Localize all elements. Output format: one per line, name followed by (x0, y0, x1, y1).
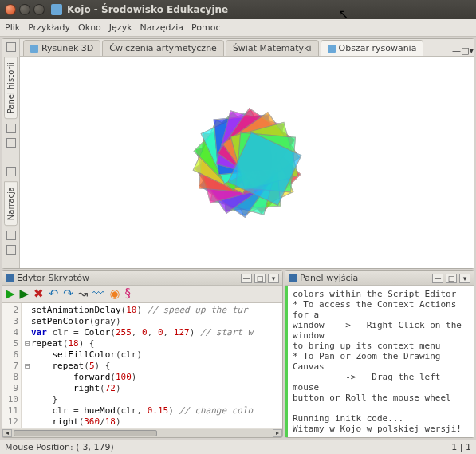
editor-pin-icon[interactable]: ▾ (268, 274, 279, 283)
tab-math-world[interactable]: Świat Matematyki (226, 40, 319, 56)
swirl-button[interactable]: § (125, 288, 132, 300)
output-pin-icon[interactable]: ▾ (459, 274, 470, 283)
editor-title: Edytor Skryptów (17, 273, 89, 283)
output-header: Panel wyjścia — □ ▾ (285, 271, 474, 286)
menu-file[interactable]: Plik (5, 22, 20, 33)
tab-drawing-area[interactable]: Obszar rysowania (321, 40, 424, 56)
menu-tools[interactable]: Narzędzia (140, 22, 184, 33)
menu-window[interactable]: Okno (78, 22, 101, 33)
pin2-icon[interactable] (6, 231, 16, 240)
code-editor[interactable]: 234567891011121314 setAnimationDelay(10)… (2, 303, 282, 428)
output-icon (289, 274, 297, 282)
pane-float-icon[interactable]: □ (461, 45, 469, 56)
window-maximize-button[interactable] (33, 4, 45, 15)
pane-pin-icon[interactable]: ▾ (469, 45, 474, 56)
undo-button[interactable]: ↶ (49, 288, 59, 300)
window-titlebar: Kojo - Środowisko Edukacyjne (0, 0, 476, 19)
tab-narration[interactable]: Narracja (4, 181, 18, 226)
line-col: 1 | 1 (451, 442, 471, 452)
canvas-tabs: Rysunek 3D Ćwiczenia artymetyczne Świat … (20, 39, 474, 57)
pin-icon[interactable] (6, 124, 16, 133)
window-title: Kojo - Środowisko Edukacyjne (67, 4, 228, 15)
wave-button[interactable]: 〰 (92, 288, 104, 300)
statusbar: Mouse Position: (-3, 179) 1 | 1 (0, 440, 476, 454)
history-icon (6, 42, 16, 52)
run-button[interactable]: ▶ (6, 288, 15, 300)
cube-icon (30, 45, 38, 53)
line-gutter: 234567891011121314 (2, 303, 22, 428)
scroll-right-icon[interactable]: ▸ (273, 429, 282, 437)
editor-min-icon[interactable]: — (241, 274, 252, 283)
menu-examples[interactable]: Przykłady (28, 22, 70, 33)
drawing-canvas[interactable] (20, 57, 474, 268)
output-title: Panel wyjścia (300, 273, 358, 283)
editor-toolbar: ▶ ▶ ✖ ↶ ↷ ↝ 〰 ◉ § (2, 286, 282, 303)
left-sidebar: Panel historii Narracja (2, 39, 20, 268)
tab-3d[interactable]: Rysunek 3D (23, 40, 100, 56)
trace-button[interactable]: ▶ (20, 288, 30, 300)
menu-help[interactable]: Pomoc (191, 22, 220, 33)
mouse-position: Mouse Position: (-3, 179) (5, 442, 114, 452)
narration-icon (6, 167, 16, 176)
redo-button[interactable]: ↷ (63, 288, 73, 300)
dock-icon[interactable] (6, 138, 16, 148)
code-area[interactable]: setAnimationDelay(10) // speed up the tu… (22, 303, 282, 428)
clear-button[interactable]: ↝ (78, 288, 89, 300)
dock2-icon[interactable] (6, 245, 16, 255)
tab-history[interactable]: Panel historii (4, 57, 18, 119)
window-close-button[interactable] (5, 4, 16, 15)
editor-icon (6, 274, 14, 282)
editor-header: Edytor Skryptów — □ ▾ (2, 271, 282, 286)
menubar: Plik Przykłady Okno Język Narzędzia Pomo… (0, 19, 476, 37)
menu-language[interactable]: Język (109, 22, 132, 33)
page-icon (328, 45, 336, 53)
output-min-icon[interactable]: — (432, 274, 443, 283)
pane-min-icon[interactable]: — (452, 45, 461, 56)
editor-h-scrollbar[interactable]: ◂ ▸ (2, 428, 282, 437)
output-text[interactable]: colors within the Script Editor * To acc… (285, 286, 474, 437)
stop-button[interactable]: ✖ (33, 288, 44, 300)
app-icon (51, 4, 62, 15)
tab-arithmetic[interactable]: Ćwiczenia artymetyczne (102, 40, 224, 56)
scroll-left-icon[interactable]: ◂ (2, 429, 12, 437)
output-float-icon[interactable]: □ (446, 274, 457, 283)
editor-float-icon[interactable]: □ (254, 274, 266, 283)
ball-button[interactable]: ◉ (109, 288, 120, 300)
window-minimize-button[interactable] (19, 4, 30, 15)
